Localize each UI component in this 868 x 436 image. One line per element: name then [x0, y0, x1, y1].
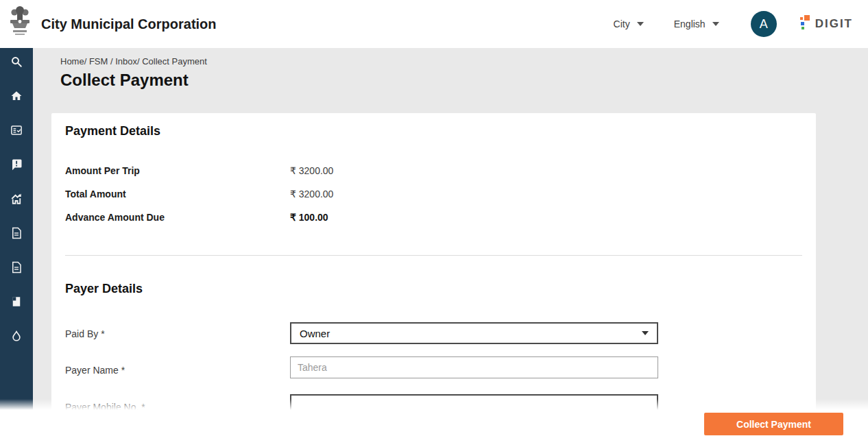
- national-emblem-logo: [8, 5, 32, 43]
- paid-by-label: Paid By *: [65, 328, 105, 339]
- chevron-down-icon: [712, 22, 719, 26]
- digit-logo-text: DIGIT: [815, 17, 853, 31]
- avatar-initial: A: [760, 17, 768, 32]
- table-row: Advance Amount Due ₹ 100.00: [65, 206, 802, 229]
- search-icon[interactable]: [10, 56, 23, 68]
- left-sidebar: [0, 48, 33, 410]
- main-content: Home/ FSM / Inbox/ Collect Payment Colle…: [33, 48, 868, 436]
- water-drop-icon[interactable]: [10, 330, 23, 342]
- city-dropdown[interactable]: City: [614, 19, 644, 29]
- table-row: Amount Per Trip ₹ 3200.00: [65, 159, 802, 182]
- document-icon-2[interactable]: [10, 261, 23, 274]
- payer-name-input[interactable]: [290, 356, 658, 378]
- user-avatar[interactable]: A: [751, 11, 777, 37]
- table-row: Total Amount ₹ 3200.00: [65, 182, 802, 206]
- digit-logo-mark-icon: [800, 15, 811, 33]
- language-dropdown[interactable]: English: [674, 19, 719, 29]
- home-icon[interactable]: [10, 90, 23, 102]
- total-amount-value: ₹ 3200.00: [290, 189, 333, 199]
- paid-by-selected-value: Owner: [300, 328, 330, 339]
- chevron-down-icon: [637, 22, 644, 26]
- top-header: City Municipal Corporation City English …: [0, 0, 868, 48]
- header-controls: City English A DIGIT: [614, 11, 853, 37]
- advance-amount-due-label: Advance Amount Due: [65, 212, 290, 223]
- payment-details-rows: Amount Per Trip ₹ 3200.00 Total Amount ₹…: [65, 159, 802, 229]
- fact-check-icon[interactable]: [10, 124, 23, 136]
- city-dropdown-label: City: [614, 19, 630, 29]
- brand-area: City Municipal Corporation: [8, 5, 217, 43]
- total-amount-label: Total Amount: [65, 189, 290, 199]
- feedback-icon[interactable]: [10, 158, 23, 171]
- bottom-action-bar: Collect Payment: [0, 410, 868, 436]
- app-title: City Municipal Corporation: [41, 16, 217, 32]
- chevron-down-icon: [642, 331, 649, 335]
- breadcrumb[interactable]: Home/ FSM / Inbox/ Collect Payment: [60, 56, 207, 66]
- section-divider: [65, 255, 802, 256]
- digit-logo: DIGIT: [800, 15, 853, 33]
- language-dropdown-label: English: [674, 19, 706, 29]
- collect-payment-button[interactable]: Collect Payment: [704, 413, 843, 435]
- collection-icon[interactable]: [10, 295, 23, 308]
- paid-by-select[interactable]: Owner: [290, 322, 658, 344]
- page-title: Collect Payment: [60, 71, 189, 90]
- document-icon[interactable]: [10, 227, 23, 239]
- payer-name-label: Payer Name *: [65, 365, 125, 376]
- property-trend-icon[interactable]: [10, 193, 23, 205]
- collect-payment-card: Payment Details Amount Per Trip ₹ 3200.0…: [51, 113, 816, 436]
- advance-amount-due-value: ₹ 100.00: [290, 212, 328, 223]
- amount-per-trip-label: Amount Per Trip: [65, 165, 290, 176]
- payer-details-heading: Payer Details: [65, 282, 143, 296]
- amount-per-trip-value: ₹ 3200.00: [290, 165, 333, 176]
- payment-details-heading: Payment Details: [65, 124, 160, 138]
